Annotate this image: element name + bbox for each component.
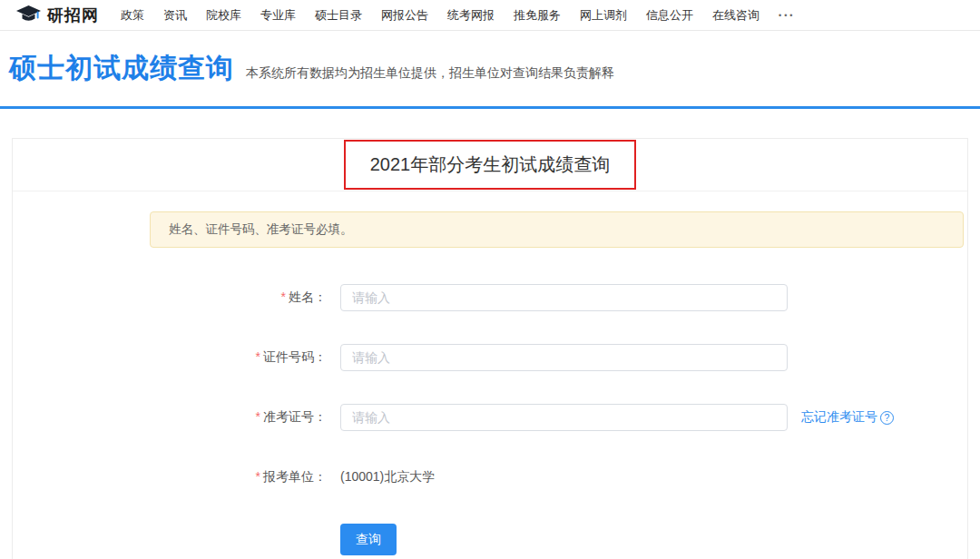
nav-item-master-catalog[interactable]: 硕士目录 — [315, 7, 362, 24]
red-annotation-box: 2021年部分考生初试成绩查询 — [344, 140, 637, 190]
form-row-target-institution: *报考单位： (10001)北京大学 — [13, 464, 967, 491]
required-asterisk: * — [256, 349, 260, 364]
page-header: 硕士初试成绩查询本系统所有数据均为招生单位提供，招生单位对查询结果负责解释 — [0, 31, 980, 89]
form-row-id-number: *证件号码： — [13, 344, 967, 371]
score-query-panel: 2021年部分考生初试成绩查询 姓名、证件号码、准考证号必填。 *姓名： *证件… — [12, 138, 968, 559]
forgot-ticket-link[interactable]: 忘记准考证号? — [801, 409, 894, 426]
admission-ticket-input[interactable] — [340, 404, 788, 431]
nav-item-info-disclosure[interactable]: 信息公开 — [646, 7, 693, 24]
nav-item-exemption-service[interactable]: 推免服务 — [514, 7, 561, 24]
id-number-input[interactable] — [340, 344, 788, 371]
page-title: 硕士初试成绩查询 — [9, 50, 234, 87]
target-institution-value: (10001)北京大学 — [340, 469, 435, 485]
panel-body: 姓名、证件号码、准考证号必填。 *姓名： *证件号码： *准考证号： 忘记准考证… — [13, 211, 967, 555]
query-form: *姓名： *证件号码： *准考证号： 忘记准考证号? *报考单位： (10001… — [13, 284, 967, 555]
top-nav: 研招网 政策 资讯 院校库 专业库 硕士目录 网报公告 统考网报 推免服务 网上… — [0, 0, 980, 31]
form-row-submit: 查询 — [13, 524, 967, 555]
name-label: *姓名： — [13, 289, 340, 306]
form-row-admission-ticket: *准考证号： 忘记准考证号? — [13, 404, 967, 431]
graduation-cap-icon — [16, 5, 41, 25]
query-button[interactable]: 查询 — [340, 524, 397, 555]
blue-divider — [0, 106, 980, 109]
nav-item-online-adjustment[interactable]: 网上调剂 — [580, 7, 627, 24]
panel-header: 2021年部分考生初试成绩查询 — [13, 139, 967, 191]
required-asterisk: * — [281, 289, 286, 304]
nav-item-report-announcements[interactable]: 网报公告 — [381, 7, 428, 24]
required-asterisk: * — [256, 409, 260, 424]
nav-item-college-library[interactable]: 院校库 — [206, 7, 241, 24]
nav-item-online-consult[interactable]: 在线咨询 — [712, 7, 760, 24]
form-row-name: *姓名： — [13, 284, 967, 311]
question-circle-icon: ? — [880, 411, 894, 425]
logo-text: 研招网 — [47, 5, 99, 26]
nav-item-unified-exam-registration[interactable]: 统考网报 — [447, 7, 495, 24]
name-input[interactable] — [340, 284, 788, 311]
target-institution-label: *报考单位： — [13, 469, 340, 485]
required-fields-notice: 姓名、证件号码、准考证号必填。 — [150, 211, 964, 248]
nav-item-policy[interactable]: 政策 — [121, 7, 144, 24]
page-subtitle: 本系统所有数据均为招生单位提供，招生单位对查询结果负责解释 — [246, 65, 614, 80]
main-menu: 政策 资讯 院校库 专业库 硕士目录 网报公告 统考网报 推免服务 网上调剂 信… — [121, 7, 795, 24]
required-asterisk: * — [256, 469, 260, 484]
nav-item-major-library[interactable]: 专业库 — [260, 7, 296, 24]
site-logo[interactable]: 研招网 — [16, 5, 99, 26]
panel-title: 2021年部分考生初试成绩查询 — [370, 152, 611, 177]
nav-item-news[interactable]: 资讯 — [163, 7, 187, 24]
id-number-label: *证件号码： — [13, 349, 340, 366]
nav-more-ellipsis-icon[interactable]: ••• — [779, 11, 795, 20]
admission-ticket-label: *准考证号： — [13, 409, 340, 426]
